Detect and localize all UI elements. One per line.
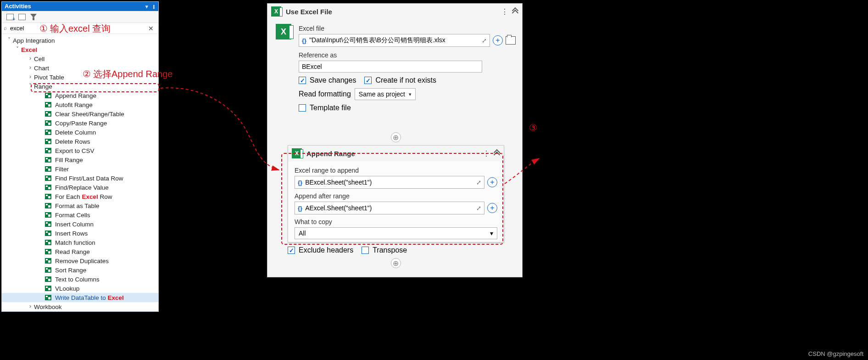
activity-find-first-last[interactable]: Find First/Last Data Row: [2, 174, 158, 183]
activity-clear-sheet[interactable]: Clear Sheet/Range/Table: [2, 109, 158, 118]
activity-export-csv[interactable]: Export to CSV: [2, 146, 158, 155]
chevron-down-icon: ▾: [490, 230, 493, 237]
append-range-card: X Append Range ⋮ Excel range to append {…: [288, 145, 504, 242]
activity-find-replace[interactable]: Find/Replace Value: [2, 183, 158, 192]
excel-activity-icon: [45, 185, 51, 190]
expand-editor-icon[interactable]: ⤢: [482, 37, 487, 44]
activity-match-function[interactable]: Match function: [2, 238, 158, 247]
activity-append-range[interactable]: Append Range: [2, 91, 158, 100]
excel-activity-icon: [45, 175, 51, 181]
watermark: CSDN @gzpingesoft: [808, 350, 863, 357]
activity-copy-paste[interactable]: Copy/Paste Range: [2, 118, 158, 128]
pin-icon[interactable]: ⫿: [153, 4, 156, 9]
excel-icon: X: [292, 148, 302, 158]
add-expression-icon[interactable]: +: [487, 203, 497, 213]
add-node-before-icon[interactable]: ⊕: [391, 132, 401, 142]
clear-search-icon[interactable]: ✕: [146, 25, 156, 32]
tree-chart[interactable]: ›Chart: [2, 63, 158, 73]
append-after-range-input[interactable]: {} AExcel.Sheet("sheet1") ⤢: [295, 202, 484, 214]
activity-for-each-row[interactable]: For Each Excel Row: [2, 192, 158, 201]
collapse-icon[interactable]: [494, 150, 500, 157]
what-to-copy-select[interactable]: All ▾: [295, 227, 497, 239]
activities-title: Activities: [5, 2, 31, 11]
append-range-body: Excel range to append {} BExcel.Sheet("s…: [288, 161, 504, 242]
checkbox-create-if-not-exists[interactable]: ✓: [364, 77, 372, 84]
excel-activity-icon: [45, 267, 51, 273]
chevron-down-icon: ▾: [409, 91, 412, 97]
tree-cell[interactable]: ›Cell: [2, 54, 158, 63]
excel-activity-icon: [45, 120, 51, 126]
activity-sort-range[interactable]: Sort Range: [2, 265, 158, 275]
activity-insert-rows[interactable]: Insert Rows: [2, 229, 158, 238]
expression-icon: {}: [298, 179, 302, 186]
label-create-if-not-exists: Create if not exists: [375, 76, 436, 84]
append-range-title: Append Range: [306, 150, 479, 158]
excel-activity-icon: [45, 276, 51, 282]
activity-vlookup[interactable]: VLookup: [2, 284, 158, 293]
expand-editor-icon[interactable]: ⤢: [476, 205, 481, 212]
label-template-file: Template file: [310, 104, 351, 112]
activity-remove-duplicates[interactable]: Remove Duplicates: [2, 256, 158, 265]
activity-format-as-table[interactable]: Format as Table: [2, 201, 158, 210]
activity-delete-rows[interactable]: Delete Rows: [2, 137, 158, 146]
checkbox-template-file[interactable]: ✓: [299, 104, 306, 112]
excel-file-input[interactable]: {} "Data\Input\公司销售表\B分公司销售明细表.xlsx ⤢: [299, 34, 490, 47]
activity-format-cells[interactable]: Format Cells: [2, 210, 158, 219]
excel-activity-icon: [45, 286, 51, 291]
activities-title-bar: Activities ▾ ⫿: [2, 2, 158, 11]
activities-search-input[interactable]: [10, 24, 146, 33]
checkbox-save-changes[interactable]: ✓: [299, 77, 306, 84]
activities-tree: ˅App Integration ˅Excel ›Cell ›Chart ›Pi…: [2, 34, 158, 313]
expression-icon: {}: [302, 37, 306, 44]
add-activity-icon[interactable]: [6, 14, 14, 20]
label-read-formatting: Read formatting: [299, 90, 351, 98]
activity-text-to-columns[interactable]: Text to Columns: [2, 275, 158, 284]
use-excel-card: X Use Excel File ⋮ X Excel file {} "Data…: [267, 3, 523, 277]
tree-app-integration[interactable]: ˅App Integration: [2, 36, 158, 45]
range-to-append-input[interactable]: {} BExcel.Sheet("sheet1") ⤢: [295, 176, 484, 189]
activity-autofit-range[interactable]: Autofit Range: [2, 100, 158, 109]
excel-activity-icon: [45, 93, 51, 98]
browse-folder-icon[interactable]: [506, 36, 516, 45]
add-expression-icon[interactable]: +: [493, 35, 503, 45]
add-expression-icon[interactable]: +: [487, 177, 497, 187]
activity-filter[interactable]: Filter: [2, 164, 158, 174]
excel-activity-icon: [45, 221, 51, 227]
activity-read-range[interactable]: Read Range: [2, 247, 158, 256]
excel-activity-icon: [45, 212, 51, 218]
excel-activity-icon: [45, 258, 51, 264]
label-transpose: Transpose: [373, 246, 407, 254]
excel-activity-icon: [45, 231, 51, 236]
dropdown-icon[interactable]: ▾: [145, 4, 148, 9]
collapse-icon[interactable]: [512, 8, 518, 15]
excel-activity-icon: [45, 166, 51, 172]
read-formatting-select[interactable]: Same as project ▾: [355, 88, 416, 100]
checkbox-transpose[interactable]: ✓: [362, 247, 369, 254]
activities-panel: Activities ▾ ⫿ ⌕ ✕ ˅App Integration ˅Exc…: [1, 1, 159, 312]
excel-activity-icon: [45, 129, 51, 135]
use-excel-title: Use Excel File: [286, 8, 497, 16]
tree-range[interactable]: ˅Range: [2, 82, 158, 91]
excel-activity-icon: [45, 111, 51, 117]
activities-search-row: ⌕ ✕: [2, 23, 158, 34]
excel-activity-icon: [45, 148, 51, 153]
checkbox-exclude-headers[interactable]: ✓: [288, 247, 295, 254]
activity-insert-column[interactable]: Insert Column: [2, 219, 158, 229]
activity-fill-range[interactable]: Fill Range: [2, 155, 158, 164]
excel-activity-icon: [45, 102, 51, 107]
tree-workbook[interactable]: ›Workbook: [2, 302, 158, 311]
tree-pivot[interactable]: ›Pivot Table: [2, 73, 158, 82]
filter-icon[interactable]: [30, 14, 37, 20]
add-node-after-icon[interactable]: ⊕: [391, 258, 401, 268]
expand-editor-icon[interactable]: ⤢: [476, 179, 481, 186]
panel-controls: ▾ ⫿: [143, 2, 156, 11]
label-excel-range-to-append: Excel range to append: [295, 167, 497, 174]
activity-write-datatable[interactable]: Write DataTable to Excel: [2, 293, 158, 302]
tree-excel[interactable]: ˅Excel: [2, 45, 158, 54]
activity-delete-column[interactable]: Delete Column: [2, 128, 158, 137]
more-icon[interactable]: ⋮: [483, 149, 490, 158]
more-icon[interactable]: ⋮: [501, 7, 508, 16]
label-what-to-copy: What to copy: [295, 218, 497, 225]
expand-icon[interactable]: [18, 14, 26, 20]
reference-as-input[interactable]: BExcel: [299, 61, 482, 73]
